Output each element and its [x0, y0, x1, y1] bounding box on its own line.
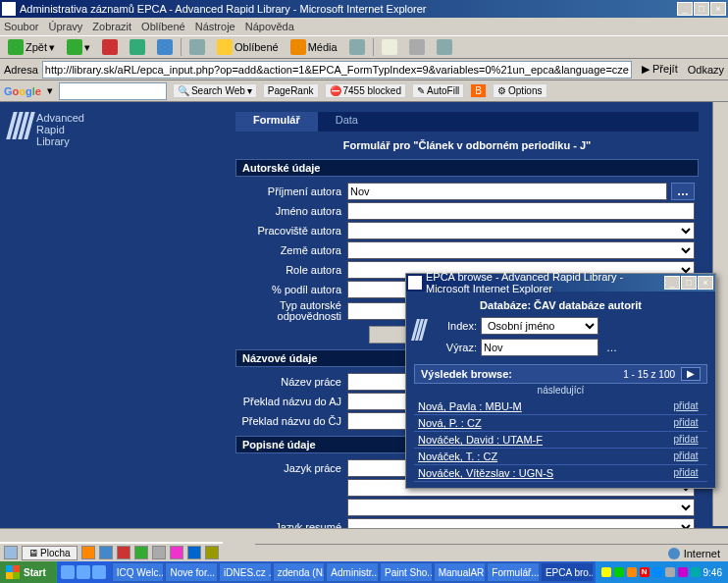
form-tabs: Formulář Data [235, 112, 699, 132]
google-search-input[interactable] [59, 82, 167, 100]
tool-icon[interactable] [187, 546, 201, 559]
task-button[interactable]: Administr... [326, 562, 379, 582]
popup-close-button[interactable]: × [698, 276, 713, 290]
tool-icon[interactable] [170, 546, 183, 559]
media-icon [290, 39, 306, 55]
history-button[interactable] [345, 38, 369, 56]
task-button[interactable]: Paint Sho... [380, 562, 433, 582]
ql-icon[interactable] [61, 565, 75, 579]
favorites-button[interactable]: Oblíbené [213, 38, 283, 56]
tray-icon[interactable] [691, 567, 701, 577]
popup-titlebar: EPCA browse - Advanced Rapid Library - M… [406, 274, 715, 292]
forward-button[interactable]: ▾ [63, 38, 94, 56]
go-button[interactable]: ▶ Přejít [636, 63, 684, 76]
refresh-button[interactable] [126, 38, 149, 56]
menu-help[interactable]: Nápověda [245, 21, 294, 32]
autofill-button[interactable]: ✎ AutoFill [412, 83, 464, 98]
menu-view[interactable]: Zobrazit [92, 21, 131, 32]
popup-maximize-button[interactable]: □ [681, 276, 697, 290]
tray-icon[interactable] [665, 567, 675, 577]
tool-icon[interactable] [99, 546, 113, 559]
popup-minimize-button[interactable]: _ [664, 276, 680, 290]
menu-favorites[interactable]: Oblíbené [141, 21, 185, 32]
search-web-button[interactable]: 🔍 Search Web ▾ [173, 83, 257, 98]
input-prijmeni[interactable] [347, 183, 667, 200]
result-name[interactable]: Nová, Pavla : MBU-M [414, 398, 664, 414]
stop-button[interactable] [98, 38, 122, 56]
tray-icon[interactable] [678, 567, 688, 577]
show-desktop-icon[interactable] [4, 546, 18, 559]
home-icon [157, 39, 173, 55]
label-preklad-aj: Překlad názvu do AJ [239, 396, 347, 407]
task-button[interactable]: ICQ Welc... [112, 562, 165, 582]
back-button[interactable]: Zpět▾ [4, 38, 59, 56]
add-link[interactable]: přidat [664, 398, 707, 414]
tray-icon[interactable]: N [640, 567, 650, 577]
result-name[interactable]: Nováček, T. : CZ [414, 449, 664, 464]
add-link[interactable]: přidat [664, 415, 707, 431]
forward-icon [67, 39, 82, 55]
tool-icon[interactable] [117, 546, 130, 559]
ql-icon[interactable] [77, 565, 90, 579]
start-button[interactable]: Start [0, 561, 57, 583]
links-label[interactable]: Odkazy [688, 64, 724, 76]
ie-icon [2, 2, 16, 16]
media-button[interactable]: Média [286, 38, 341, 56]
index-select[interactable]: Osobní jméno [481, 317, 598, 335]
task-button[interactable]: Formulář... [487, 562, 540, 582]
tool-icon[interactable] [152, 546, 166, 559]
vyraz-input[interactable] [481, 339, 598, 356]
address-input[interactable] [42, 61, 632, 79]
tray-icon[interactable] [627, 567, 637, 577]
tray-icon[interactable] [601, 567, 611, 577]
ql-icon[interactable] [92, 565, 106, 579]
add-link[interactable]: přidat [664, 449, 707, 464]
menu-file[interactable]: Soubor [4, 21, 38, 32]
result-row: Nová, Pavla : MBU-Mpřidat [414, 398, 707, 415]
home-button[interactable] [153, 38, 177, 56]
task-button[interactable]: iDNES.cz ... [219, 562, 272, 582]
menu-edit[interactable]: Úpravy [48, 21, 82, 32]
maximize-button[interactable]: □ [694, 2, 709, 16]
search-button[interactable] [185, 38, 209, 56]
result-name[interactable]: Nová, P. : CZ [414, 415, 664, 431]
edit-button[interactable] [433, 38, 456, 56]
mail-button[interactable] [378, 38, 401, 56]
select-pracoviste[interactable] [347, 222, 695, 239]
add-link[interactable]: přidat [664, 432, 707, 448]
result-name[interactable]: Nováček, Vítězslav : UGN-S [414, 465, 664, 481]
label-jazyk-prace: Jazyk práce [239, 462, 347, 474]
tool-icon[interactable] [81, 546, 95, 559]
add-link[interactable]: přidat [664, 465, 707, 481]
options-button[interactable]: ⚙ Options [493, 83, 546, 98]
tray-icon[interactable] [652, 567, 662, 577]
result-name[interactable]: Nováček, David : UTAM-F [414, 432, 664, 448]
pagerank-button[interactable]: PageRank [263, 83, 319, 98]
tool-icon[interactable] [134, 546, 148, 559]
input-jmeno[interactable] [347, 202, 695, 220]
close-button[interactable]: × [710, 2, 726, 16]
separator [181, 38, 182, 56]
task-button[interactable]: Nove for... [165, 562, 218, 582]
print-button[interactable] [405, 38, 429, 56]
tool-icon[interactable] [205, 546, 219, 559]
tab-formular[interactable]: Formulář [235, 112, 318, 132]
popup-blocked-button[interactable]: ⛔ 7455 blocked [325, 83, 407, 98]
desktop-chip[interactable]: 🖥 Plocha [22, 546, 78, 560]
search-execute-button[interactable]: … [606, 342, 617, 353]
task-button[interactable]: EPCA bro... [541, 562, 594, 582]
arl-logo-small [410, 315, 430, 358]
menu-tools[interactable]: Nástroje [195, 21, 235, 32]
main-titlebar: Administrativa záznamů EPCA - Advanced R… [0, 0, 728, 18]
google-toolbar: Google▾ 🔍 Search Web ▾ PageRank ⛔ 7455 b… [0, 80, 728, 102]
minimize-button[interactable]: _ [677, 2, 693, 16]
tab-data[interactable]: Data [318, 112, 376, 132]
blogger-button[interactable]: B [470, 83, 487, 98]
select-jazyk-prace-3[interactable] [347, 499, 695, 516]
task-button[interactable]: zdenda (N... [273, 562, 326, 582]
lookup-prijmeni-button[interactable]: … [671, 183, 695, 200]
select-zeme[interactable] [347, 241, 695, 259]
next-page-button[interactable]: ▶ [681, 367, 701, 381]
task-button[interactable]: ManualAR... [434, 562, 487, 582]
tray-icon[interactable] [614, 567, 624, 577]
